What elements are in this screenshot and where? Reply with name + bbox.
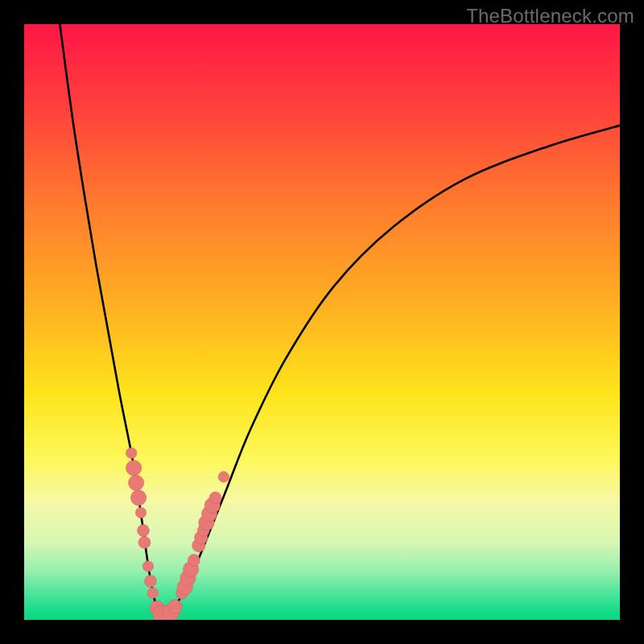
plot-svg	[24, 24, 620, 620]
data-marker	[129, 475, 144, 490]
data-marker	[135, 507, 146, 518]
data-marker	[209, 492, 221, 504]
data-marker	[130, 490, 146, 506]
data-marker	[138, 536, 151, 548]
data-marker	[142, 561, 153, 572]
data-marker	[126, 460, 142, 476]
data-marker	[147, 588, 158, 598]
gradient-background	[24, 24, 620, 620]
data-marker	[188, 555, 200, 567]
chart-frame: TheBottleneck.com	[0, 0, 644, 644]
data-marker	[144, 576, 156, 588]
plot-area	[24, 24, 620, 620]
data-marker	[138, 525, 150, 537]
data-marker	[167, 600, 182, 614]
data-marker	[218, 472, 229, 482]
data-marker	[126, 448, 137, 458]
